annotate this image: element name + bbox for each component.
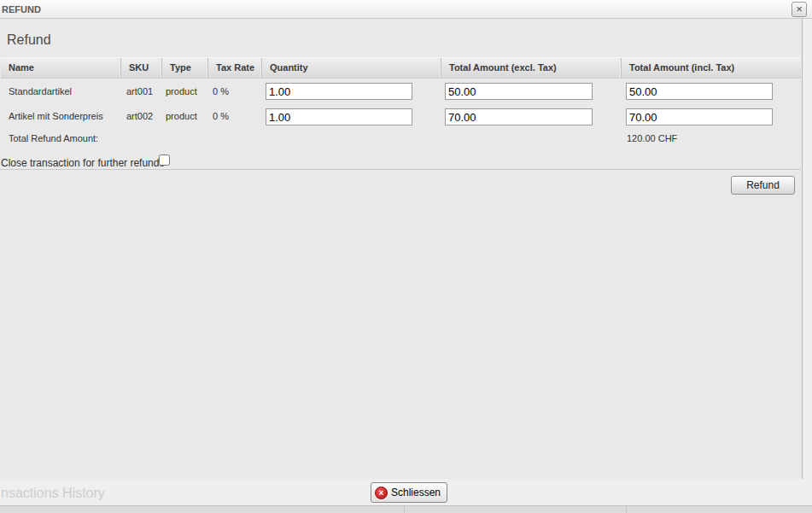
cell-type: product [166,104,197,128]
table-row: Standardartikel art001 product 0 % [0,79,801,104]
column-header-quantity: Quantity [262,58,441,78]
modal-title: REFUND [2,4,41,15]
refund-modal: REFUND × Refund Name SKU Type Tax Rate Q… [0,0,812,513]
transactions-history-heading: nsactions History [1,486,105,501]
table-row: Artikel mit Sonderpreis art002 product 0… [0,104,801,128]
total-excl-tax-input[interactable] [445,108,593,125]
column-header-sku: SKU [121,58,162,78]
total-refund-label: Total Refund Amount: [9,133,98,143]
table-header: Name SKU Type Tax Rate Quantity Total Am… [1,57,801,79]
background-table-header-bar [0,505,812,513]
column-header-tax-rate: Tax Rate [208,58,262,78]
cell-tax-rate: 0 % [213,79,229,104]
modal-titlebar: REFUND × [0,0,812,19]
schliessen-button-label: Schliessen [391,487,441,498]
schliessen-button[interactable]: × Schliessen [371,482,447,503]
column-separator [404,506,405,513]
column-header-total-excl: Total Amount (excl. Tax) [441,58,622,78]
quantity-input[interactable] [266,108,412,125]
cell-sku: art002 [126,104,153,128]
close-transaction-label: Close transaction for further refunds [1,157,164,169]
column-separator [626,506,627,513]
section-divider [0,169,801,170]
total-incl-tax-input[interactable] [626,83,773,100]
column-header-type: Type [162,58,208,78]
total-excl-tax-input[interactable] [445,83,593,100]
cell-name: Artikel mit Sonderpreis [9,104,103,128]
quantity-input[interactable] [266,83,412,100]
cell-name: Standardartikel [9,79,72,104]
column-header-total-incl: Total Amount (incl. Tax) [622,58,801,78]
cell-tax-rate: 0 % [213,104,229,128]
refund-button[interactable]: Refund [731,176,795,195]
total-refund-value: 120.00 CHF [627,133,677,143]
total-incl-tax-input[interactable] [626,108,773,125]
close-transaction-checkbox[interactable] [159,154,170,166]
cell-type: product [166,79,197,104]
page-title: Refund [7,32,51,48]
red-cross-icon: × [375,487,388,499]
cell-sku: art001 [126,79,153,104]
page-scroll-strip [802,19,812,505]
close-icon[interactable]: × [792,2,807,17]
column-header-name: Name [1,58,121,78]
